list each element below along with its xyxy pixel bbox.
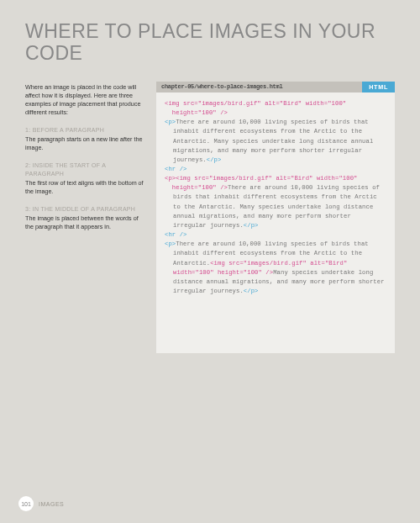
code-text: There are around 10,000 living species o… xyxy=(173,119,377,163)
code-tag: height="100" /> xyxy=(165,184,228,191)
file-path: chapter-05/where-to-place-images.html xyxy=(156,82,362,92)
left-column: Where an image is placed in the code wil… xyxy=(25,83,144,353)
code-tag: </p> xyxy=(244,222,259,229)
page-label: IMAGES xyxy=(39,501,64,507)
section-desc: The first row of text aligns with the bo… xyxy=(25,179,144,196)
section-desc: The image is placed between the words of… xyxy=(25,214,144,231)
section-heading: 3: IN THE MIDDLE OF A PARAGRAPH xyxy=(25,205,144,213)
right-column: chapter-05/where-to-place-images.html HT… xyxy=(156,82,395,353)
code-block: <img src="images/bird.gif" alt="Bird" wi… xyxy=(156,92,395,353)
page-title: WHERE TO PLACE IMAGES IN YOUR CODE xyxy=(0,0,420,65)
page-footer: 101 IMAGES xyxy=(18,496,64,511)
code-tag: <img src="images/bird.gif" alt="Bird" wi… xyxy=(165,100,346,107)
code-tag: <p><img src="images/bird.gif" alt="Bird"… xyxy=(165,175,358,182)
code-tag: <hr /> xyxy=(165,231,186,238)
code-tag: <p> xyxy=(165,240,176,247)
file-header: chapter-05/where-to-place-images.html HT… xyxy=(156,82,395,92)
section-2: 2: INSIDE THE START OF A PARAGRAPH The f… xyxy=(25,161,144,195)
code-tag: <hr /> xyxy=(165,166,186,172)
section-heading: 1: BEFORE A PARAGRAPH xyxy=(25,126,144,134)
page-number: 101 xyxy=(18,496,34,511)
content-area: Where an image is placed in the code wil… xyxy=(0,65,420,353)
section-heading: 2: INSIDE THE START OF A PARAGRAPH xyxy=(25,161,144,177)
file-tag: HTML xyxy=(362,82,395,92)
code-tag: <p> xyxy=(165,119,176,125)
code-tag: </p> xyxy=(207,156,222,163)
section-3: 3: IN THE MIDDLE OF A PARAGRAPH The imag… xyxy=(25,205,144,231)
section-1: 1: BEFORE A PARAGRAPH The paragraph star… xyxy=(25,126,144,152)
section-desc: The paragraph starts on a new line after… xyxy=(25,135,144,152)
code-tag: </p> xyxy=(244,288,259,294)
code-tag: height="100" /> xyxy=(165,109,228,116)
intro-text: Where an image is placed in the code wil… xyxy=(25,83,144,117)
